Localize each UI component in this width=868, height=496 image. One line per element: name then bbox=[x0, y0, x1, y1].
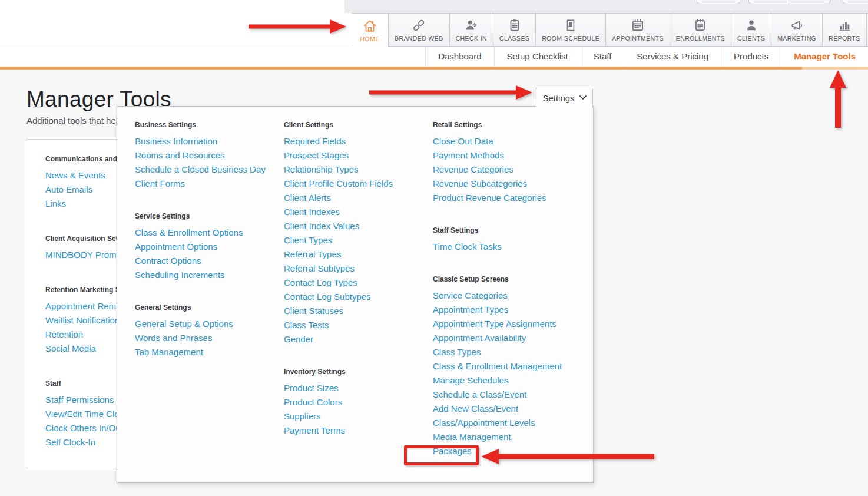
menu-link-client-types[interactable]: Client Types bbox=[284, 233, 431, 247]
notebook-icon bbox=[693, 18, 708, 33]
settings-button[interactable]: Settings bbox=[536, 88, 593, 107]
menu-link-class-appointment-levels[interactable]: Class/Appointment Levels bbox=[433, 416, 580, 430]
menu-link-contact-log-types[interactable]: Contact Log Types bbox=[284, 276, 431, 290]
menu-link-close-out-data[interactable]: Close Out Data bbox=[433, 134, 580, 148]
bar-chart-icon bbox=[837, 18, 852, 33]
menu-link-appointment-availability[interactable]: Appointment Availability bbox=[433, 331, 580, 345]
menu-link-suppliers[interactable]: Suppliers bbox=[284, 409, 431, 424]
menu-link-class-tests[interactable]: Class Tests bbox=[284, 318, 431, 332]
menu-section-heading: General Settings bbox=[135, 303, 282, 312]
menu-link-client-indexes[interactable]: Client Indexes bbox=[284, 205, 431, 219]
menu-link-add-new-class-event[interactable]: Add New Class/Event bbox=[433, 402, 580, 416]
tab-label: REPORTS bbox=[829, 35, 860, 42]
settings-dropdown-panel: Business SettingsBusiness InformationRoo… bbox=[117, 106, 594, 483]
clipboard-icon bbox=[507, 18, 522, 33]
subnav-item-services-pricing[interactable]: Services & Pricing bbox=[624, 47, 721, 67]
annotation-arrow-manager-tools bbox=[829, 70, 847, 128]
tab-marketing[interactable]: MARKETING bbox=[771, 13, 823, 47]
menu-link-prospect-stages[interactable]: Prospect Stages bbox=[284, 148, 431, 163]
menu-link-referral-types[interactable]: Referral Types bbox=[284, 247, 431, 262]
accent-bar bbox=[0, 67, 868, 70]
app-screen: HOMEBRANDED WEBCHECK INCLASSESROOM SCHED… bbox=[0, 0, 868, 496]
menu-section-retail-settings: Retail SettingsClose Out DataPayment Met… bbox=[433, 121, 580, 205]
menu-link-revenue-subcategories[interactable]: Revenue Subcategories bbox=[433, 177, 580, 191]
menu-link-schedule-a-closed-business-day[interactable]: Schedule a Closed Business Day bbox=[135, 163, 282, 177]
accent-bar-active-segment bbox=[802, 67, 868, 70]
tab-branded-web[interactable]: BRANDED WEB bbox=[388, 13, 450, 47]
menu-link-product-colors[interactable]: Product Colors bbox=[284, 395, 431, 409]
tab-retail[interactable]: RETAIL bbox=[866, 13, 868, 47]
menu-link-client-profile-custom-fields[interactable]: Client Profile Custom Fields bbox=[284, 177, 431, 191]
door-icon bbox=[563, 18, 578, 33]
menu-link-contract-options[interactable]: Contract Options bbox=[135, 254, 282, 268]
menu-link-payment-terms[interactable]: Payment Terms bbox=[284, 424, 431, 438]
menu-link-class-enrollment-management[interactable]: Class & Enrollment Management bbox=[433, 359, 580, 373]
menu-link-business-information[interactable]: Business Information bbox=[135, 134, 282, 148]
menu-link-payment-methods[interactable]: Payment Methods bbox=[433, 148, 580, 163]
menu-link-media-management[interactable]: Media Management bbox=[433, 430, 580, 444]
menu-link-class-enrollment-options[interactable]: Class & Enrollment Options bbox=[135, 226, 282, 240]
calendar-icon bbox=[630, 18, 645, 33]
menu-link-general-setup-options[interactable]: General Setup & Options bbox=[135, 317, 282, 331]
menu-section-business-settings: Business SettingsBusiness InformationRoo… bbox=[135, 121, 282, 191]
tab-check-in[interactable]: CHECK IN bbox=[449, 13, 493, 47]
menu-link-scheduling-increments[interactable]: Scheduling Increments bbox=[135, 268, 282, 282]
tab-appointments[interactable]: APPOINTMENTS bbox=[605, 13, 670, 47]
tab-label: HOME bbox=[360, 35, 379, 42]
menu-link-words-and-phrases[interactable]: Words and Phrases bbox=[135, 331, 282, 345]
tab-label: MARKETING bbox=[777, 35, 816, 42]
menu-link-appointment-types[interactable]: Appointment Types bbox=[433, 303, 580, 317]
settings-button-label: Settings bbox=[542, 93, 574, 103]
menu-link-service-categories[interactable]: Service Categories bbox=[433, 289, 580, 303]
chevron-down-icon bbox=[579, 95, 587, 100]
subnav-item-manager-tools[interactable]: Manager Tools bbox=[781, 47, 868, 67]
tab-label: CLASSES bbox=[499, 35, 529, 42]
menu-section-general-settings: General SettingsGeneral Setup & OptionsW… bbox=[135, 303, 282, 359]
tab-label: ROOM SCHEDULE bbox=[542, 35, 599, 42]
toolbar-fragment[interactable] bbox=[697, 0, 740, 4]
subnav-item-dashboard[interactable]: Dashboard bbox=[425, 47, 493, 67]
tab-room-schedule[interactable]: ROOM SCHEDULE bbox=[535, 13, 606, 47]
tab-home[interactable]: HOME bbox=[352, 13, 389, 47]
menu-link-product-revenue-categories[interactable]: Product Revenue Categories bbox=[433, 191, 580, 205]
tab-classes[interactable]: CLASSES bbox=[493, 13, 536, 47]
settings-menu-column-2: Client SettingsRequired FieldsProspect S… bbox=[284, 121, 431, 438]
subnav-item-setup-checklist[interactable]: Setup Checklist bbox=[494, 47, 581, 67]
menu-link-referral-subtypes[interactable]: Referral Subtypes bbox=[284, 262, 431, 276]
menu-link-client-forms[interactable]: Client Forms bbox=[135, 177, 282, 191]
menu-section-client-settings: Client SettingsRequired FieldsProspect S… bbox=[284, 121, 431, 346]
menu-link-class-types[interactable]: Class Types bbox=[433, 345, 580, 359]
home-icon bbox=[362, 18, 377, 34]
menu-link-client-index-values[interactable]: Client Index Values bbox=[284, 219, 431, 233]
tab-label: BRANDED WEB bbox=[395, 35, 443, 42]
menu-link-required-fields[interactable]: Required Fields bbox=[284, 134, 431, 148]
menu-section-service-settings: Service SettingsClass & Enrollment Optio… bbox=[135, 212, 282, 282]
person-icon bbox=[744, 18, 759, 33]
menu-link-packages[interactable]: Packages bbox=[433, 444, 580, 458]
menu-link-time-clock-tasks[interactable]: Time Clock Tasks bbox=[433, 240, 580, 254]
menu-link-tab-management[interactable]: Tab Management bbox=[135, 345, 282, 359]
tab-reports[interactable]: REPORTS bbox=[822, 13, 866, 47]
menu-link-gender[interactable]: Gender bbox=[284, 332, 431, 346]
menu-link-contact-log-subtypes[interactable]: Contact Log Subtypes bbox=[284, 290, 431, 304]
subnav-item-staff[interactable]: Staff bbox=[581, 47, 624, 67]
menu-link-appointment-type-assignments[interactable]: Appointment Type Assignments bbox=[433, 317, 580, 331]
toolbar-fragment[interactable] bbox=[748, 0, 830, 4]
menu-link-appointment-options[interactable]: Appointment Options bbox=[135, 240, 282, 254]
menu-link-relationship-types[interactable]: Relationship Types bbox=[284, 163, 431, 177]
menu-link-rooms-and-resources[interactable]: Rooms and Resources bbox=[135, 148, 282, 163]
toolbar-fragment[interactable] bbox=[843, 0, 868, 4]
menu-link-manage-schedules[interactable]: Manage Schedules bbox=[433, 373, 580, 388]
tab-enrollments[interactable]: ENROLLMENTS bbox=[670, 13, 731, 47]
secondary-nav: DashboardSetup ChecklistStaffServices & … bbox=[425, 47, 868, 67]
menu-link-product-sizes[interactable]: Product Sizes bbox=[284, 381, 431, 395]
menu-section-heading: Retail Settings bbox=[433, 121, 580, 129]
menu-link-schedule-a-class-event[interactable]: Schedule a Class/Event bbox=[433, 388, 580, 402]
subnav-item-products[interactable]: Products bbox=[721, 47, 781, 67]
menu-link-client-alerts[interactable]: Client Alerts bbox=[284, 191, 431, 205]
menu-link-client-statuses[interactable]: Client Statuses bbox=[284, 304, 431, 318]
tab-clients[interactable]: CLIENTS bbox=[731, 13, 771, 47]
menu-section-inventory-settings: Inventory SettingsProduct SizesProduct C… bbox=[284, 368, 431, 438]
menu-link-revenue-categories[interactable]: Revenue Categories bbox=[433, 163, 580, 177]
tab-label: CHECK IN bbox=[456, 35, 487, 42]
